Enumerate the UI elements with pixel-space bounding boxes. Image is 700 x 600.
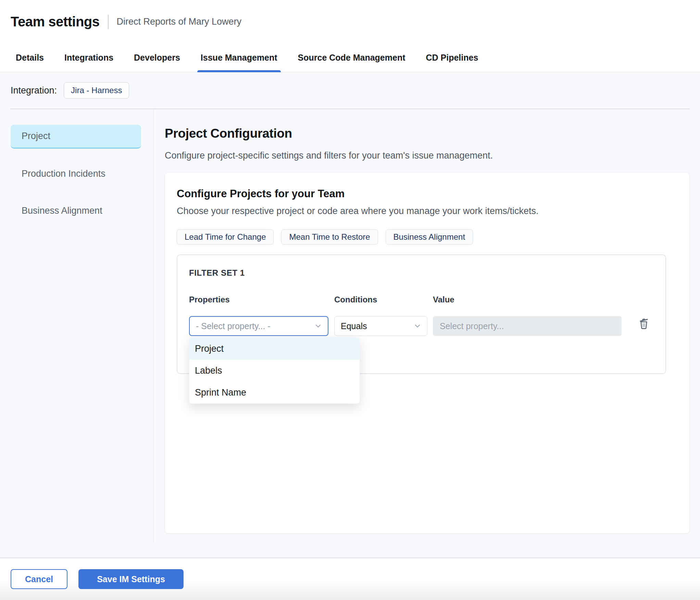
- property-select[interactable]: - Select property... -: [189, 316, 328, 336]
- content-area: Project Production Incidents Business Al…: [0, 109, 700, 558]
- value-column-label: Value: [433, 295, 622, 304]
- property-select-value: - Select property... -: [196, 321, 271, 331]
- chevron-down-icon: [413, 322, 422, 330]
- filter-row: Properties - Select property... - Projec…: [189, 295, 654, 336]
- tab-issue-management[interactable]: Issue Management: [201, 43, 277, 72]
- chevron-down-icon: [314, 322, 322, 330]
- condition-select[interactable]: Equals: [334, 316, 427, 336]
- title-divider: [108, 15, 109, 29]
- filter-set-title: FILTER SET 1: [189, 268, 654, 278]
- menu-item-project[interactable]: Project: [189, 338, 360, 360]
- card-title: Configure Projects for your Team: [177, 188, 678, 200]
- sidebar-item-project[interactable]: Project: [11, 125, 141, 149]
- page-title: Team settings: [11, 14, 100, 29]
- menu-item-sprint-name[interactable]: Sprint Name: [189, 382, 360, 403]
- sidebar-item-production-incidents[interactable]: Production Incidents: [11, 162, 141, 186]
- section-description: Configure project-specific settings and …: [165, 150, 690, 161]
- page-subtitle: Direct Reports of Mary Lowery: [117, 16, 242, 27]
- integration-row: Integration: Jira - Harness: [0, 72, 700, 109]
- tab-details[interactable]: Details: [16, 43, 44, 72]
- value-input[interactable]: [433, 316, 622, 336]
- tab-integrations[interactable]: Integrations: [64, 43, 113, 72]
- card-description: Choose your respective project or code a…: [177, 206, 678, 216]
- section-title: Project Configuration: [165, 126, 690, 141]
- chip-business-alignment[interactable]: Business Alignment: [386, 229, 473, 245]
- filter-set-1: FILTER SET 1 Properties - Select propert…: [177, 254, 666, 374]
- cancel-button[interactable]: Cancel: [11, 569, 67, 589]
- metric-chips: Lead Time for Change Mean Time to Restor…: [177, 229, 678, 245]
- page-header: Team settings Direct Reports of Mary Low…: [0, 0, 700, 43]
- value-column: Value: [433, 295, 622, 336]
- integration-label: Integration:: [11, 85, 57, 96]
- tab-source-code-management[interactable]: Source Code Management: [298, 43, 405, 72]
- footer: Cancel Save IM Settings: [0, 558, 700, 600]
- tab-cd-pipelines[interactable]: CD Pipelines: [426, 43, 478, 72]
- page: Team settings Direct Reports of Mary Low…: [0, 0, 700, 558]
- conditions-column: Conditions Equals: [334, 295, 427, 336]
- main-content: Project Configuration Configure project-…: [153, 109, 700, 558]
- chip-lead-time-for-change[interactable]: Lead Time for Change: [177, 229, 274, 245]
- property-dropdown-menu: Project Labels Sprint Name: [189, 337, 360, 404]
- chip-mean-time-to-restore[interactable]: Mean Time to Restore: [281, 229, 378, 245]
- save-im-settings-button[interactable]: Save IM Settings: [78, 569, 184, 589]
- sidebar: Project Production Incidents Business Al…: [0, 109, 153, 558]
- sidebar-divider: [153, 109, 154, 543]
- delete-filter-button[interactable]: [637, 316, 651, 332]
- properties-column: Properties - Select property... - Projec…: [189, 295, 328, 336]
- conditions-column-label: Conditions: [334, 295, 427, 304]
- trash-column: [637, 295, 651, 336]
- integration-chip[interactable]: Jira - Harness: [64, 82, 129, 99]
- properties-column-label: Properties: [189, 295, 328, 304]
- tab-developers[interactable]: Developers: [134, 43, 180, 72]
- configure-projects-card: Configure Projects for your Team Choose …: [165, 172, 690, 534]
- tab-bar: Details Integrations Developers Issue Ma…: [0, 43, 700, 72]
- menu-item-labels[interactable]: Labels: [189, 360, 360, 382]
- trash-icon: [637, 326, 651, 332]
- sidebar-item-business-alignment[interactable]: Business Alignment: [11, 199, 141, 223]
- condition-select-value: Equals: [341, 321, 367, 331]
